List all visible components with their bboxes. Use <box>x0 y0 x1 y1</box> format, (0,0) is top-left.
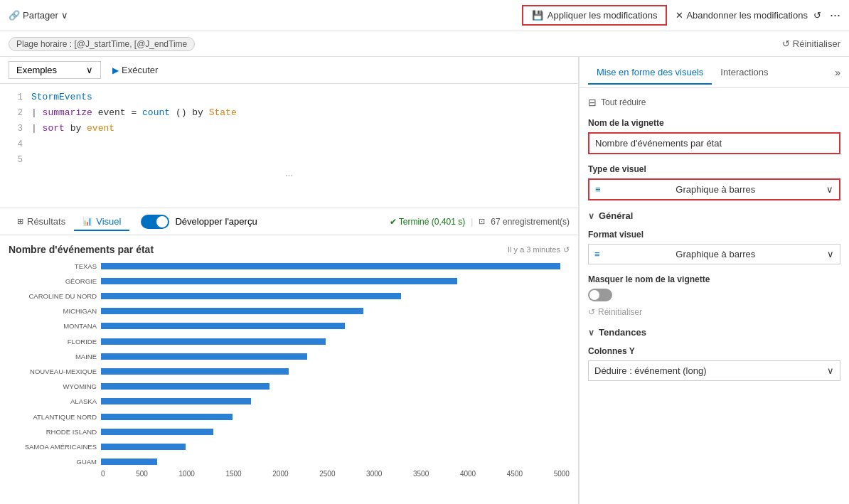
time-label: Il y a 3 minutes <box>508 245 560 254</box>
editor-line-3: 3 | sort by event <box>0 121 578 136</box>
bar-row <box>101 351 570 361</box>
apply-label: Appliquer les modifications <box>548 10 658 21</box>
x-axis-label: 2500 <box>319 470 335 478</box>
examples-select[interactable]: Exemples ∨ <box>9 61 101 79</box>
toggle-label: Développer l'aperçu <box>175 216 257 227</box>
run-button[interactable]: ▶ Exécuter <box>112 65 158 75</box>
bar-label: GÉORGIE <box>9 276 97 286</box>
editor-line-5: 5 <box>0 152 578 168</box>
x-axis-label: 4000 <box>460 470 476 478</box>
apply-button[interactable]: 💾 Appliquer les modifications <box>522 5 668 26</box>
bar-body <box>101 261 570 467</box>
tab-resultats[interactable]: ⊞ Résultats <box>9 213 74 231</box>
right-panel: Mise en forme des visuels Interactions »… <box>579 57 849 504</box>
bar-row <box>101 367 570 377</box>
check-icon: ✔ <box>390 217 397 227</box>
small-toggle-knob <box>589 290 599 300</box>
bar-fill <box>101 278 457 284</box>
filter-bar: Plage horaire : [@J_startTime, [@J_endTi… <box>0 31 849 57</box>
type-visuel-dropdown[interactable]: ≡ Graphique à barres ∨ <box>588 178 840 200</box>
bar-row <box>101 321 570 331</box>
tab-resultats-label: Résultats <box>27 216 65 227</box>
format-visuel-label: Format visuel <box>588 230 840 240</box>
bar-labels: TEXASGÉORGIECAROLINE DU NORDMICHIGANMONT… <box>9 261 101 467</box>
toggle-knob <box>156 216 168 227</box>
bar-label: TEXAS <box>9 261 97 271</box>
x-axis-label: 3000 <box>366 470 382 478</box>
bar-label: ALASKA <box>9 397 97 407</box>
x-axis-label: 5000 <box>554 470 570 478</box>
separator: | <box>471 217 473 227</box>
abandon-button[interactable]: ✕ Abandonner les modifications ↺ <box>676 10 821 21</box>
tab-mise-en-forme[interactable]: Mise en forme des visuels <box>588 61 712 85</box>
chart-title: Nombre d'événements par état <box>9 244 154 255</box>
top-bar-right: 💾 Appliquer les modifications ✕ Abandonn… <box>522 5 840 26</box>
bar-chart: TEXASGÉORGIECAROLINE DU NORDMICHIGANMONT… <box>9 261 570 478</box>
general-label: Général <box>599 210 633 221</box>
x-axis-label: 0 <box>101 470 105 478</box>
nom-vignette-input[interactable] <box>588 132 840 154</box>
bar-fill <box>101 323 345 329</box>
refresh-icon[interactable]: ↺ <box>563 245 570 254</box>
close-icon: ✕ <box>676 10 683 21</box>
bar-fill <box>101 444 186 450</box>
bar-fill <box>101 353 307 360</box>
bar-label: SAMOA AMÉRICAINES <box>9 442 97 452</box>
format-visuel-dropdown[interactable]: ≡ Graphique à barres ∨ <box>588 244 840 264</box>
masquer-toggle[interactable] <box>588 289 612 301</box>
bar-label: CAROLINE DU NORD <box>9 291 97 301</box>
status-ok: ✔ Terminé (0,401 s) <box>390 217 465 227</box>
bar-row <box>101 427 570 436</box>
general-section[interactable]: ∨ Général <box>588 210 840 221</box>
records-label: 67 enregistrement(s) <box>491 217 570 227</box>
reinit-icon: ↺ <box>782 38 790 49</box>
bar-fill <box>101 338 326 345</box>
toggle-switch[interactable] <box>141 215 169 229</box>
bar-row <box>101 291 570 301</box>
filter-tag: Plage horaire : [@J_startTime, [@J_endTi… <box>9 37 195 51</box>
x-axis-label: 3500 <box>413 470 429 478</box>
abandon-label: Abandonner les modifications <box>686 10 808 21</box>
more-button[interactable]: ··· <box>830 8 840 23</box>
x-axis-label: 4500 <box>507 470 523 478</box>
tendances-section[interactable]: ∨ Tendances <box>588 327 840 338</box>
colonnes-y-dropdown[interactable]: Déduire : événement (long) ∨ <box>588 360 840 381</box>
chart-title-row: Nombre d'événements par état Il y a 3 mi… <box>9 244 570 255</box>
x-axis-label: 2000 <box>272 470 288 478</box>
format-visuel-value: Graphique à barres <box>676 249 755 259</box>
tab-visuel[interactable]: 📊 Visuel <box>74 213 129 231</box>
reinit-label: Réinitialiser <box>793 38 840 49</box>
bar-label: MONTANA <box>9 321 97 331</box>
tout-reduire-action[interactable]: ⊟ Tout réduire <box>588 97 840 108</box>
bar-label: FLORIDE <box>9 336 97 346</box>
bar-fill <box>101 398 251 404</box>
bar-chart-icon: ≡ <box>595 184 601 195</box>
left-panel: Exemples ∨ ▶ Exécuter 1 StormEvents 2 | … <box>0 57 579 504</box>
results-tabs: ⊞ Résultats 📊 Visuel Développer l'aperçu… <box>0 208 578 235</box>
chevron-down-icon: ∨ <box>827 249 834 259</box>
bar-label: RHODE ISLAND <box>9 427 97 436</box>
reinit-small-label: Réinitialiser <box>598 307 642 317</box>
bar-fill <box>101 308 363 314</box>
chevron-down-icon: ∨ <box>86 65 93 75</box>
bar-fill <box>101 459 157 465</box>
bar-fill <box>101 414 233 420</box>
editor-area[interactable]: 1 StormEvents 2 | summarize event = coun… <box>0 84 578 208</box>
tab-interactions[interactable]: Interactions <box>712 61 776 85</box>
bar-label: NOUVEAU-MEXIQUE <box>9 367 97 377</box>
chevron-down-icon: ∨ <box>588 328 594 338</box>
bar-fill <box>101 293 401 299</box>
bar-chart-inner: TEXASGÉORGIECAROLINE DU NORDMICHIGANMONT… <box>9 261 570 467</box>
status-area: ✔ Terminé (0,401 s) | ⊡ 67 enregistremen… <box>390 217 570 227</box>
reinit-small[interactable]: ↺ Réinitialiser <box>588 307 840 317</box>
bar-fill <box>101 383 269 390</box>
chevron-down-icon: ∨ <box>826 184 833 195</box>
bar-row <box>101 261 570 271</box>
bar-icon: ≡ <box>594 249 600 259</box>
bar-label: MICHIGAN <box>9 306 97 316</box>
expand-icon[interactable]: » <box>835 67 840 78</box>
share-button[interactable]: 🔗 Partager ∨ <box>9 10 68 21</box>
x-axis-label: 1500 <box>225 470 241 478</box>
editor-line-1: 1 StormEvents <box>0 90 578 105</box>
reinit-button[interactable]: ↺ Réinitialiser <box>782 38 840 49</box>
